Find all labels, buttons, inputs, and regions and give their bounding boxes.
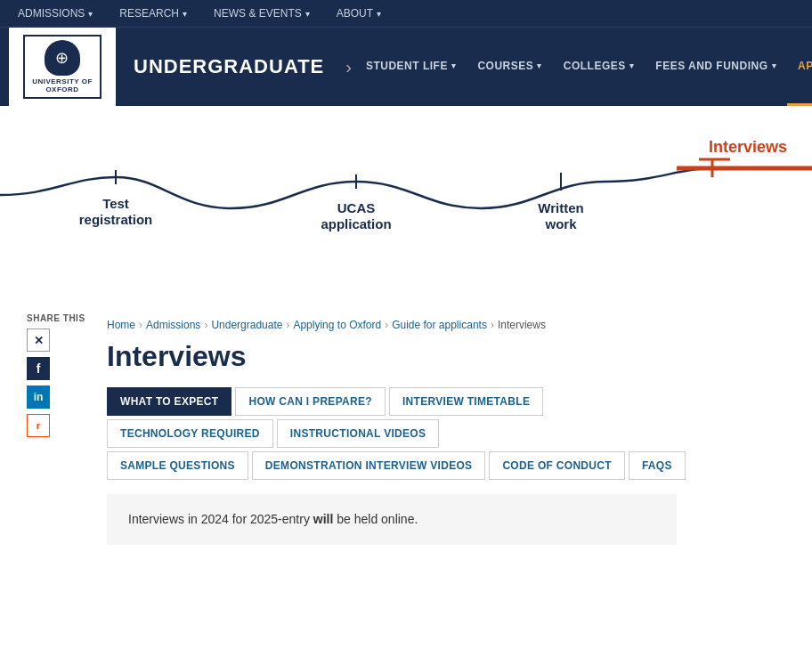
breadcrumb-section: Home › Admissions › Undergraduate › Appl… [0,304,812,331]
nav-courses[interactable]: COURSES ▾ [467,28,552,106]
tab-how-prepare[interactable]: HOW CAN I PREPARE? [235,387,386,416]
svg-text:registration: registration [79,212,153,227]
svg-text:Interviews: Interviews [709,138,787,156]
breadcrumb-current: Interviews [498,319,546,331]
tab-sample-questions[interactable]: SAMPLE QUESTIONS [107,451,248,480]
nav-student-life[interactable]: STUDENT LIFE ▾ [355,28,467,106]
breadcrumb-admissions[interactable]: Admissions [146,319,200,331]
news-arrow: ▾ [305,9,310,19]
about-arrow: ▾ [377,9,381,19]
tab-interview-timetable[interactable]: INTERVIEW TIMETABLE [389,387,543,416]
nav-colleges[interactable]: COLLEGES ▾ [553,28,646,106]
oxford-shield-icon: ⊕ [45,40,80,76]
student-life-arrow: ▾ [451,61,457,70]
tabs-row-2: SAMPLE QUESTIONS DEMONSTRATION INTERVIEW… [107,451,705,480]
page-title-section: Interviews [0,331,812,387]
research-link[interactable]: RESEARCH ▾ [119,7,187,20]
tabs-row-1: WHAT TO EXPECT HOW CAN I PREPARE? INTERV… [107,387,705,448]
oxford-logo-line2: OXFORD [32,85,93,93]
courses-arrow: ▾ [537,61,542,70]
svg-text:UCAS: UCAS [337,200,376,215]
timeline-diagram: Test registration UCAS application Writt… [0,124,812,266]
svg-text:Test: Test [102,196,129,211]
breadcrumb-undergraduate[interactable]: Undergraduate [211,319,282,331]
share-label: SHARE THIS [27,313,85,323]
tab-technology[interactable]: TECHNOLOGY REQUIRED [107,419,273,448]
admissions-arrow: ▾ [88,9,93,19]
facebook-icon[interactable]: f [27,357,50,380]
nav-separator: › [342,28,355,106]
breadcrumb-home[interactable]: Home [107,319,135,331]
svg-text:Written: Written [538,200,583,215]
breadcrumb-guide[interactable]: Guide for applicants [392,319,487,331]
info-box: Interviews in 2024 for 2025-entry will b… [107,494,677,545]
colleges-arrow: ▾ [629,61,635,70]
logo: ⊕ UNIVERSITY OF OXFORD [9,28,116,106]
admissions-link[interactable]: ADMISSIONS ▾ [18,7,93,20]
nav-fees[interactable]: FEES AND FUNDING ▾ [645,28,787,106]
tab-what-to-expect[interactable]: WHAT TO EXPECT [107,387,231,416]
top-navigation: ADMISSIONS ▾ RESEARCH ▾ NEWS & EVENTS ▾ … [0,0,812,27]
about-link[interactable]: ABOUT ▾ [337,7,381,20]
news-events-link[interactable]: NEWS & EVENTS ▾ [214,7,310,20]
tab-instructional-videos[interactable]: INSTRUCTIONAL VIDEOS [277,419,439,448]
research-arrow: ▾ [183,9,187,19]
tab-demo-videos[interactable]: DEMONSTRATION INTERVIEW VIDEOS [252,451,486,480]
nav-applying[interactable]: APPLYING TO OXFORD ▾ [787,28,812,106]
nav-items-list: STUDENT LIFE ▾ COURSES ▾ COLLEGES ▾ FEES… [355,28,812,106]
undergraduate-label: UNDERGRADUATE [116,28,342,106]
info-text: Interviews in 2024 for 2025-entry will b… [128,510,655,529]
svg-text:work: work [544,216,577,231]
oxford-logo-box: ⊕ UNIVERSITY OF OXFORD [23,35,102,99]
svg-text:application: application [321,216,391,231]
twitter-icon[interactable]: ✕ [27,329,50,352]
timeline-section: Test registration UCAS application Writt… [0,106,812,304]
fees-arrow: ▾ [772,61,777,70]
breadcrumb: Home › Admissions › Undergraduate › Appl… [107,319,705,331]
main-navigation: ⊕ UNIVERSITY OF OXFORD UNDERGRADUATE › S… [0,27,812,106]
tab-faqs[interactable]: FAQS [629,451,686,480]
oxford-logo-line1: UNIVERSITY OF [32,77,93,85]
breadcrumb-applying[interactable]: Applying to Oxford [293,319,381,331]
tab-code-conduct[interactable]: CODE OF CONDUCT [489,451,625,480]
page-title: Interviews [107,340,705,373]
content-area: WHAT TO EXPECT HOW CAN I PREPARE? INTERV… [0,387,812,545]
